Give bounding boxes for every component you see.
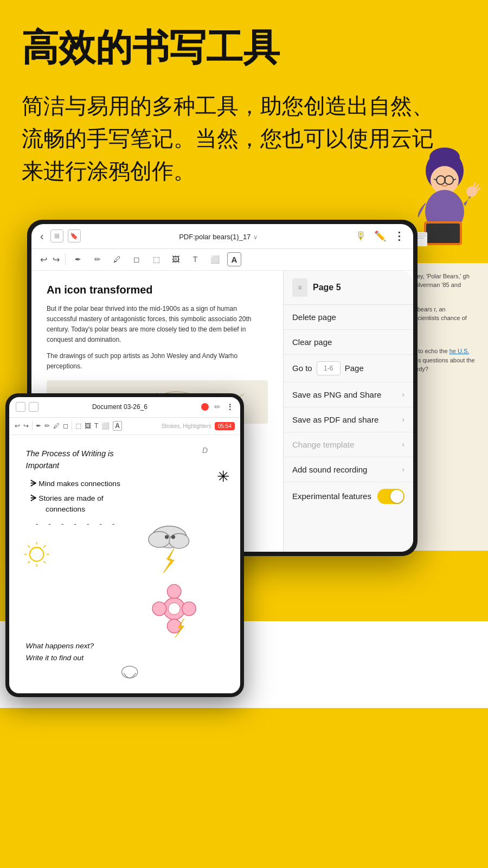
- goto-item[interactable]: Go to Page: [284, 355, 413, 382]
- small-highlighter[interactable]: 🖊: [53, 422, 60, 430]
- small-font[interactable]: A: [113, 421, 122, 431]
- svg-point-30: [30, 547, 44, 561]
- goto-page-label: Page: [345, 363, 364, 373]
- small-content: The Process of Writing is Important Mind…: [9, 435, 240, 693]
- more-icon[interactable]: ⋮: [394, 229, 404, 242]
- main-title: 高效的书写工具: [22, 27, 466, 68]
- small-divider: [32, 421, 33, 431]
- svg-text:Important: Important: [26, 461, 60, 470]
- highlighter-tool[interactable]: 🖊: [110, 252, 124, 266]
- save-pdf-item[interactable]: Save as PDF and share ›: [284, 407, 413, 432]
- record-dot[interactable]: [201, 403, 209, 411]
- top-section: 高效的书写工具 简洁与易用的多种工具，助您创造出自然、流畅的手写笔记。当然，您也…: [0, 0, 488, 198]
- svg-text:Stories are made of: Stories are made of: [38, 494, 104, 502]
- chevron-right-icon2: ›: [402, 415, 404, 424]
- clear-page-label: Clear page: [292, 337, 332, 347]
- toggle-knob: [390, 490, 403, 503]
- experimental-features-item[interactable]: Experimental features: [284, 482, 413, 510]
- tablet-toolbar: ↩ ↪ ✒ ✏ 🖊 ◻ ⬚ 🖼 T ⬜ A: [31, 249, 413, 271]
- pen-icon[interactable]: ✏️: [374, 230, 386, 242]
- save-pdf-label: Save as PDF and share: [292, 415, 378, 424]
- delete-page-item[interactable]: Delete page: [284, 305, 413, 330]
- undo-button[interactable]: ↩: [40, 254, 47, 265]
- view-icons: ⊞ 🔖: [50, 229, 81, 242]
- svg-line-36: [43, 561, 46, 563]
- add-sound-label: Add sound recording: [292, 465, 367, 474]
- experimental-label: Experimental features: [292, 492, 371, 501]
- page-icon: [292, 278, 307, 297]
- svg-line-35: [28, 545, 30, 547]
- add-sound-item[interactable]: Add sound recording ›: [284, 457, 413, 482]
- small-more-icon[interactable]: ⋮: [226, 403, 234, 411]
- svg-point-45: [167, 584, 181, 598]
- menu-header: Page 5: [284, 271, 413, 305]
- small-toolbar: ↩ ↪ ✒ ✏ 🖊 ◻ ⬚ 🖼 T ⬜ A Strokes, Highlight…: [9, 418, 240, 435]
- device-section: ‹ ⊞ 🔖 PDF:polar bears(1)_17 ∨ 🎙 ✏️ ⋮ ↩: [0, 220, 488, 708]
- small-bookmark-icon[interactable]: [29, 402, 38, 412]
- delete-page-label: Delete page: [292, 312, 336, 322]
- image-tool[interactable]: 🖼: [169, 252, 183, 266]
- doodle-dot: D: [202, 446, 208, 455]
- small-select[interactable]: ⬜: [101, 422, 110, 430]
- svg-text:Mind makes connections: Mind makes connections: [38, 480, 120, 488]
- svg-point-49: [168, 603, 180, 615]
- svg-line-12: [477, 188, 480, 191]
- star-doodle: ✳: [217, 468, 229, 486]
- small-view-icons: [16, 402, 38, 412]
- save-png-label: Save as PNG and Share: [292, 390, 381, 399]
- small-text[interactable]: T: [94, 422, 98, 430]
- svg-point-47: [152, 602, 166, 616]
- back-button[interactable]: ‹: [40, 230, 44, 242]
- tablet-small: Document 03-26_6 ✏ ⋮ ↩ ↪ ✒ ✏ 🖊 ◻ ⬚ 🖼 T: [5, 393, 244, 697]
- clear-page-item[interactable]: Clear page: [284, 330, 413, 355]
- small-pen-tool[interactable]: ✒: [36, 422, 41, 430]
- handwriting-area: The Process of Writing is Important Mind…: [18, 441, 232, 688]
- small-grid-icon[interactable]: [16, 402, 25, 412]
- svg-text:- - - - - - -: - - - - - - -: [36, 519, 119, 528]
- svg-line-37: [28, 561, 30, 563]
- svg-line-11: [476, 185, 478, 189]
- menu-page-title: Page 5: [313, 283, 341, 292]
- goto-label: Go to: [292, 363, 312, 373]
- small-eraser[interactable]: ◻: [63, 422, 68, 430]
- change-template-label: Change template: [292, 440, 354, 449]
- goto-input[interactable]: [317, 361, 341, 375]
- bookmark-icon[interactable]: 🔖: [68, 229, 81, 242]
- toggle-switch[interactable]: [377, 489, 404, 504]
- chevron-right-icon: ›: [402, 390, 404, 399]
- svg-text:What happens next?: What happens next?: [26, 642, 94, 650]
- text-tool[interactable]: T: [188, 252, 202, 266]
- select-tool[interactable]: ⬚: [149, 252, 163, 266]
- chevron-right-icon3: ›: [402, 440, 404, 449]
- toolbar-right: 🎙 ✏️ ⋮: [356, 229, 404, 242]
- small-toolbar-right: ✏ ⋮: [201, 403, 234, 411]
- shape-tool[interactable]: ⬜: [208, 252, 222, 266]
- mic-icon[interactable]: 🎙: [356, 230, 367, 242]
- small-divider2: [72, 421, 72, 431]
- small-shape[interactable]: ⬚: [75, 422, 81, 430]
- document-title: PDF:polar bears(1)_17 ∨: [87, 232, 349, 241]
- pen-tool[interactable]: ✒: [71, 252, 85, 266]
- grid-icon[interactable]: ⊞: [50, 229, 63, 242]
- strokes-label: Strokes, Highlighters: [162, 423, 211, 429]
- save-png-item[interactable]: Save as PNG and Share ›: [284, 382, 413, 407]
- small-pencil-tool[interactable]: ✏: [44, 422, 50, 430]
- svg-point-43: [171, 535, 175, 539]
- small-undo[interactable]: ↩: [15, 422, 20, 430]
- svg-text:The Process of Writing is: The Process of Writing is: [26, 449, 114, 458]
- timer-badge: 05:54: [215, 422, 235, 430]
- change-template-item[interactable]: Change template ›: [284, 432, 413, 457]
- doc-body: But if the polar bear thrived into the m…: [47, 304, 268, 372]
- pencil-tool[interactable]: ✏: [91, 252, 105, 266]
- eraser-tool[interactable]: ◻: [130, 252, 144, 266]
- small-redo[interactable]: ↪: [23, 422, 29, 430]
- small-pen-icon[interactable]: ✏: [214, 403, 221, 411]
- svg-text:connections: connections: [46, 505, 85, 513]
- redo-button[interactable]: ↪: [53, 254, 60, 265]
- tablet-topbar: ‹ ⊞ 🔖 PDF:polar bears(1)_17 ∨ 🎙 ✏️ ⋮: [31, 224, 413, 249]
- small-doc-title: Document 03-26_6: [43, 403, 197, 411]
- small-image[interactable]: 🖼: [85, 422, 91, 430]
- svg-point-42: [165, 535, 169, 539]
- context-menu: Page 5 Delete page Clear page Go to Page: [283, 271, 413, 552]
- font-tool[interactable]: A: [227, 252, 241, 266]
